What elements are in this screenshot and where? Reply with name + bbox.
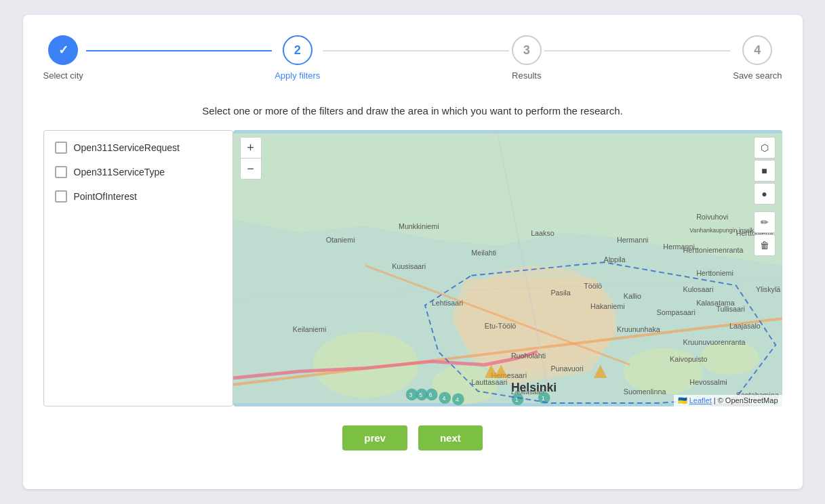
filter-item-1[interactable]: Open311ServiceType [55, 166, 222, 178]
map-background: Helsinki Otaniemi Kuusisaari Meilahti Al… [233, 130, 782, 406]
rectangle-tool-button[interactable]: ■ [754, 160, 776, 182]
filter-label-0: Open311ServiceRequest [74, 142, 180, 153]
svg-text:Kruununhaka: Kruununhaka [617, 325, 660, 333]
step-3: 3 Results [512, 35, 542, 81]
step-1: ✓ Select city [43, 35, 83, 81]
step-4-label: Save search [733, 70, 782, 81]
attribution-text: | © OpenStreetMap [714, 396, 778, 404]
main-card: ✓ Select city 2 Apply filters 3 Results … [23, 15, 803, 489]
step-2-label: Apply filters [275, 70, 320, 81]
connector-1-2 [86, 50, 272, 51]
delete-tool-button[interactable]: 🗑 [754, 234, 776, 256]
svg-text:Keilaniemi: Keilaniemi [292, 325, 325, 333]
edit-tool-button[interactable]: ✏ [754, 211, 776, 233]
step-3-label: Results [512, 70, 541, 81]
stepper: ✓ Select city 2 Apply filters 3 Results … [43, 35, 782, 81]
filter-label-1: Open311ServiceType [74, 167, 165, 177]
svg-text:Kulosaari: Kulosaari [683, 285, 713, 293]
svg-text:5: 5 [419, 392, 422, 398]
svg-text:3: 3 [409, 392, 412, 398]
tools-divider [754, 206, 776, 210]
filter-item-0[interactable]: Open311ServiceRequest [55, 142, 222, 154]
map-svg: Helsinki Otaniemi Kuusisaari Meilahti Al… [233, 130, 782, 406]
svg-text:6: 6 [428, 392, 432, 398]
connector-2-3 [323, 50, 508, 51]
svg-text:1: 1 [541, 395, 544, 402]
prev-button[interactable]: prev [342, 425, 407, 450]
svg-text:Roivuhovi: Roivuhovi [696, 213, 728, 221]
svg-text:Kalasatama: Kalasatama [696, 299, 735, 307]
svg-text:Meilahti: Meilahti [471, 249, 496, 257]
connector-3-4 [544, 50, 730, 51]
svg-text:Punavuori: Punavuori [550, 364, 583, 373]
svg-text:Pasila: Pasila [550, 289, 570, 297]
filter-label-2: PointOfInterest [74, 191, 137, 202]
svg-text:Otaniemi: Otaniemi [325, 236, 355, 244]
map-zoom-controls: + − [240, 137, 262, 180]
draw-tools-panel: ⬡ ■ ● ✏ 🗑 [754, 137, 776, 256]
step-4-circle: 4 [742, 35, 772, 65]
main-content: Open311ServiceRequest Open311ServiceType… [43, 130, 782, 406]
zoom-out-button[interactable]: − [241, 159, 261, 179]
step-3-circle: 3 [512, 35, 542, 65]
svg-text:Laajasalo: Laajasalo [729, 322, 760, 330]
svg-text:4: 4 [442, 395, 445, 402]
svg-text:Sompasaari: Sompasaari [656, 308, 695, 316]
svg-text:Alppila: Alppila [603, 255, 625, 264]
svg-text:Ruoholahti: Ruoholahti [510, 352, 545, 360]
svg-text:Herttoniemi: Herttoniemi [696, 269, 733, 277]
filter-item-2[interactable]: PointOfInterest [55, 190, 222, 203]
svg-text:Vanhankaupungin inselko: Vanhankaupungin inselko [689, 227, 757, 234]
filter-checkbox-2[interactable] [55, 190, 67, 203]
svg-text:Herttoniemenranta: Herttoniemenranta [683, 246, 743, 254]
instruction-text: Select one or more of the filters and dr… [43, 105, 782, 117]
circle-tool-button[interactable]: ● [754, 183, 776, 205]
map-attribution: 🇺🇦 Leaflet | © OpenStreetMap [674, 395, 782, 406]
svg-text:Kuusisaari: Kuusisaari [392, 262, 426, 270]
step-1-circle: ✓ [48, 35, 78, 65]
filter-checkbox-0[interactable] [55, 142, 67, 154]
svg-text:Hevossalmi: Hevossalmi [689, 378, 727, 386]
svg-text:Munkkiniemi: Munkkiniemi [398, 222, 439, 230]
svg-text:Kaivopuisto: Kaivopuisto [670, 355, 707, 363]
ukraine-flag: 🇺🇦 [678, 396, 687, 404]
step-1-label: Select city [43, 70, 83, 81]
step-4: 4 Save search [733, 35, 782, 81]
step-2-circle: 2 [283, 35, 313, 65]
svg-text:Hermanni: Hermanni [617, 236, 648, 244]
svg-text:4: 4 [455, 396, 458, 403]
navigation-buttons: prev next [43, 425, 782, 450]
svg-text:Hakaniemi: Hakaniemi [590, 302, 624, 310]
step-2: 2 Apply filters [275, 35, 320, 81]
svg-text:Suomenlinna: Suomenlinna [623, 387, 666, 396]
svg-text:Töölö: Töölö [584, 282, 602, 290]
filter-checkbox-1[interactable] [55, 166, 67, 178]
svg-point-6 [700, 341, 759, 375]
map-container[interactable]: Helsinki Otaniemi Kuusisaari Meilahti Al… [233, 130, 782, 406]
svg-text:Etu-Töölö: Etu-Töölö [484, 322, 516, 330]
svg-text:Yliskylä: Yliskylä [755, 285, 780, 293]
filter-panel: Open311ServiceRequest Open311ServiceType… [43, 130, 233, 406]
next-button[interactable]: next [418, 425, 483, 450]
svg-text:Laakso: Laakso [531, 229, 555, 237]
svg-text:Lehtisaari: Lehtisaari [431, 299, 462, 307]
svg-text:Kruunuvuorenranta: Kruunuvuorenranta [683, 338, 745, 346]
leaflet-link[interactable]: Leaflet [689, 396, 712, 404]
polygon-tool-button[interactable]: ⬡ [754, 137, 776, 159]
svg-text:Kallio: Kallio [623, 292, 641, 300]
zoom-in-button[interactable]: + [241, 138, 261, 158]
